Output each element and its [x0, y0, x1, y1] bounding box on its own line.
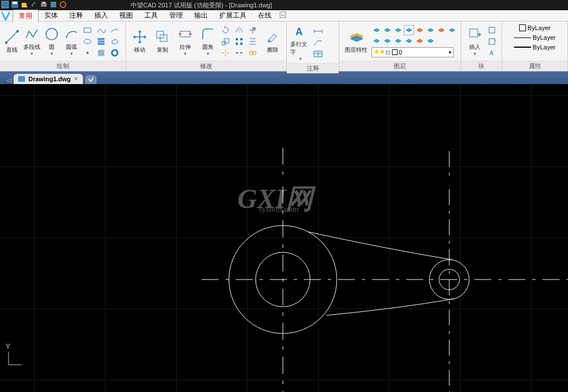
plot-icon[interactable]: [49, 1, 57, 9]
panel-block-label: 块: [461, 61, 502, 71]
layer-icon-7[interactable]: [436, 25, 446, 35]
tab-common[interactable]: 常用: [12, 10, 39, 22]
revcloud-icon[interactable]: [110, 36, 120, 47]
open-icon[interactable]: [20, 1, 28, 9]
tab-solid[interactable]: 实体: [39, 10, 64, 22]
layer-icon-9[interactable]: [371, 36, 382, 46]
tab-insert[interactable]: 插入: [89, 10, 114, 22]
layer-name: 0: [399, 49, 449, 56]
save-icon[interactable]: [11, 1, 19, 9]
tab-manage[interactable]: 管理: [164, 10, 189, 22]
qat-icon[interactable]: [1, 1, 9, 9]
svg-point-11: [46, 28, 57, 40]
layer-icon-11[interactable]: [393, 36, 403, 46]
mtext-button[interactable]: A 多行文字 ▾: [290, 23, 311, 61]
spline-icon[interactable]: [96, 25, 106, 35]
svg-rect-26: [236, 43, 238, 45]
svg-point-29: [253, 51, 256, 55]
svg-point-13: [84, 39, 91, 44]
copy-button[interactable]: 复制: [152, 29, 173, 54]
mirror-icon[interactable]: [234, 25, 244, 35]
app-logo[interactable]: [0, 10, 11, 22]
polyline-button[interactable]: 多段线 ▾: [23, 26, 41, 56]
arc-button[interactable]: 圆弧 ▾: [62, 26, 80, 56]
fillet-button[interactable]: 圆角 ▾: [198, 26, 218, 56]
panel-layers-label: 图层: [339, 61, 461, 71]
break-icon[interactable]: [234, 48, 244, 58]
layer-icon-5[interactable]: [415, 25, 425, 35]
draw-small-tools: [82, 25, 122, 58]
svg-rect-4: [42, 2, 45, 3]
layer-icon-8[interactable]: [447, 25, 457, 35]
block-edit-icon[interactable]: [487, 36, 498, 47]
array-icon[interactable]: [234, 36, 244, 47]
ellipse-icon[interactable]: [82, 36, 93, 47]
rect-icon[interactable]: [82, 25, 93, 35]
erase-button[interactable]: 擦除: [262, 29, 283, 54]
document-tab[interactable]: Drawing1.dwg ×: [14, 74, 83, 84]
rotate-icon[interactable]: [220, 25, 231, 35]
print-icon[interactable]: [40, 1, 48, 9]
hatch-icon[interactable]: [96, 36, 106, 47]
layer-icon-12[interactable]: [404, 36, 414, 46]
donut-icon[interactable]: [110, 48, 120, 58]
layer-icon-14[interactable]: [425, 36, 436, 46]
join-icon[interactable]: [248, 48, 258, 58]
svg-rect-12: [84, 28, 91, 32]
linetype-selector[interactable]: ByLayer: [514, 33, 556, 42]
color-selector[interactable]: ByLayer: [519, 23, 550, 32]
layer-selector[interactable]: 0 ▾: [371, 47, 454, 57]
layer-icon-10[interactable]: [382, 36, 392, 46]
insert-block-button[interactable]: 插入 ▾: [465, 26, 485, 56]
table-icon[interactable]: [313, 49, 323, 59]
point-icon[interactable]: [82, 48, 93, 58]
undo-icon[interactable]: [30, 1, 38, 9]
drawing-canvas[interactable]: GXI网 system.com Y: [0, 84, 568, 392]
dim-linear-icon[interactable]: [313, 26, 323, 36]
tab-tools[interactable]: 工具: [139, 10, 164, 22]
panel-block: 插入 ▾ A 块: [461, 22, 502, 71]
layer-icon-13[interactable]: [415, 36, 425, 46]
match-icon[interactable]: [59, 1, 67, 9]
svg-rect-7: [280, 12, 286, 18]
layer-props-button[interactable]: 图层特性: [343, 29, 369, 54]
arc2-icon[interactable]: [110, 25, 120, 35]
panel-layers: 图层特性: [339, 22, 461, 71]
svg-rect-27: [240, 43, 243, 45]
layer-icon-3[interactable]: [393, 25, 403, 35]
tab-dropdown-icon[interactable]: [279, 11, 286, 20]
svg-rect-23: [224, 39, 229, 43]
tab-annotate[interactable]: 注释: [64, 10, 89, 22]
scale-icon[interactable]: [220, 36, 231, 47]
svg-rect-3: [41, 3, 47, 7]
circle-button[interactable]: 圆 ▾: [43, 26, 61, 56]
layer-icon-6[interactable]: [425, 25, 436, 35]
new-tab-button[interactable]: [85, 75, 97, 84]
block-create-icon[interactable]: [487, 25, 498, 35]
lineweight-selector[interactable]: ByLayer: [514, 43, 556, 52]
line-button[interactable]: 直线: [3, 29, 21, 54]
move-button[interactable]: 移动: [130, 29, 150, 54]
tab-output[interactable]: 输出: [189, 10, 214, 22]
explode-icon[interactable]: [220, 48, 231, 58]
title-bar: 中望CAD 2017 试用版 (功能受限) - [Drawing1.dwg]: [0, 0, 568, 10]
close-tab-icon[interactable]: ×: [74, 75, 78, 83]
tab-online[interactable]: 在线: [252, 10, 277, 22]
svg-rect-14: [98, 38, 105, 45]
trim-icon[interactable]: [248, 25, 258, 35]
region-icon[interactable]: [96, 48, 106, 58]
block-attr-icon[interactable]: A: [487, 48, 498, 58]
layer-icon-1[interactable]: [371, 25, 382, 35]
tab-extend[interactable]: 扩展工具: [214, 10, 252, 22]
svg-rect-9: [5, 41, 7, 44]
dwg-file-icon: [18, 76, 25, 82]
layer-icon-2[interactable]: [382, 25, 392, 35]
svg-text:A: A: [490, 50, 494, 56]
offset-icon[interactable]: [248, 36, 258, 47]
leader-icon[interactable]: [313, 37, 323, 48]
layer-icon-4[interactable]: [404, 25, 414, 35]
tab-view[interactable]: 视图: [114, 10, 139, 22]
stretch-button[interactable]: 拉伸 ▾: [175, 26, 195, 56]
svg-rect-36: [489, 27, 495, 33]
doctab-nav-left[interactable]: ◁: [5, 77, 14, 84]
